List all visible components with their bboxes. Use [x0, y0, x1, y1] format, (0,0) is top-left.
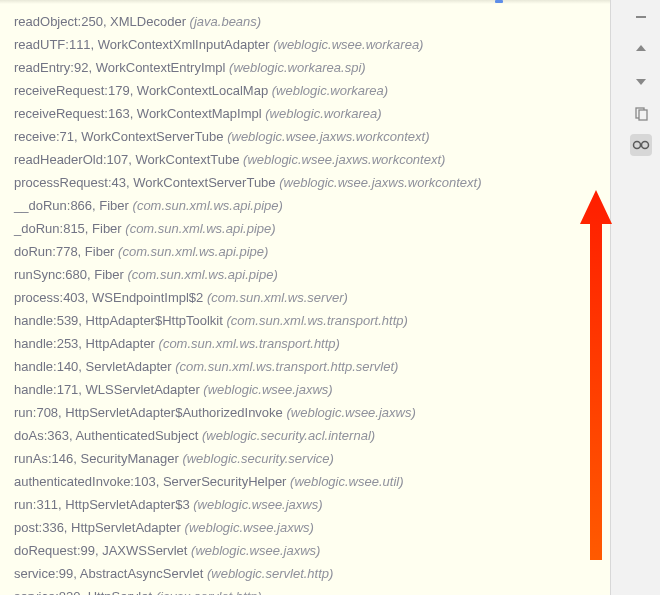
stack-package: (weblogic.workarea): [265, 106, 381, 121]
stacktrace-list: readObject:250, XMLDecoder (java.beans)r…: [14, 10, 610, 595]
stack-method: doRequest:99, JAXWSServlet: [14, 543, 187, 558]
svg-point-3: [634, 142, 641, 149]
arrow-up-icon[interactable]: [630, 38, 652, 60]
stack-frame[interactable]: receive:71, WorkContextServerTube (weblo…: [14, 125, 610, 148]
stack-frame[interactable]: __doRun:866, Fiber (com.sun.xml.ws.api.p…: [14, 194, 610, 217]
stack-method: handle:140, ServletAdapter: [14, 359, 172, 374]
stack-method: doRun:778, Fiber: [14, 244, 114, 259]
stack-frame[interactable]: readEntry:92, WorkContextEntryImpl (webl…: [14, 56, 610, 79]
svg-rect-0: [636, 16, 646, 18]
stack-frame[interactable]: readObject:250, XMLDecoder (java.beans): [14, 10, 610, 33]
stack-package: (com.sun.xml.ws.transport.http): [159, 336, 340, 351]
stack-package: (weblogic.workarea.spi): [229, 60, 366, 75]
stack-package: (com.sun.xml.ws.server): [207, 290, 348, 305]
stack-package: (weblogic.wsee.jaxws): [191, 543, 320, 558]
glasses-icon[interactable]: [630, 134, 652, 156]
stack-method: doAs:363, AuthenticatedSubject: [14, 428, 198, 443]
stack-frame[interactable]: doRequest:99, JAXWSServlet (weblogic.wse…: [14, 539, 610, 562]
panel-top-divider: [0, 0, 610, 4]
stack-method: processRequest:43, WorkContextServerTube: [14, 175, 276, 190]
stack-method: readUTF:111, WorkContextXmlInputAdapter: [14, 37, 270, 52]
stack-frame[interactable]: handle:171, WLSServletAdapter (weblogic.…: [14, 378, 610, 401]
stack-method: run:708, HttpServletAdapter$AuthorizedIn…: [14, 405, 283, 420]
stack-package: (weblogic.workarea): [272, 83, 388, 98]
stack-method: receiveRequest:163, WorkContextMapImpl: [14, 106, 262, 121]
stack-package: (weblogic.wsee.jaxws.workcontext): [227, 129, 429, 144]
stack-frame[interactable]: readHeaderOld:107, WorkContextTube (webl…: [14, 148, 610, 171]
stack-frame[interactable]: handle:140, ServletAdapter (com.sun.xml.…: [14, 355, 610, 378]
stack-package: (com.sun.xml.ws.transport.http.servlet): [175, 359, 398, 374]
stack-method: runSync:680, Fiber: [14, 267, 124, 282]
stack-method: authenticatedInvoke:103, ServerSecurityH…: [14, 474, 286, 489]
stack-method: readObject:250, XMLDecoder: [14, 14, 186, 29]
stack-frame[interactable]: run:708, HttpServletAdapter$AuthorizedIn…: [14, 401, 610, 424]
stack-package: (weblogic.wsee.jaxws.workcontext): [279, 175, 481, 190]
stack-method: handle:539, HttpAdapter$HttpToolkit: [14, 313, 223, 328]
stack-frame[interactable]: authenticatedInvoke:103, ServerSecurityH…: [14, 470, 610, 493]
stack-frame[interactable]: run:311, HttpServletAdapter$3 (weblogic.…: [14, 493, 610, 516]
stack-package: (weblogic.wsee.util): [290, 474, 403, 489]
stack-frame[interactable]: _doRun:815, Fiber (com.sun.xml.ws.api.pi…: [14, 217, 610, 240]
stack-package: (javax.servlet.http): [156, 589, 262, 595]
minimize-icon[interactable]: [630, 6, 652, 28]
stack-frame[interactable]: runSync:680, Fiber (com.sun.xml.ws.api.p…: [14, 263, 610, 286]
stack-package: (weblogic.wsee.jaxws): [203, 382, 332, 397]
stack-package: (weblogic.security.acl.internal): [202, 428, 375, 443]
stack-method: readHeaderOld:107, WorkContextTube: [14, 152, 239, 167]
stack-package: (com.sun.xml.ws.transport.http): [226, 313, 407, 328]
stack-package: (com.sun.xml.ws.api.pipe): [133, 198, 283, 213]
stack-method: post:336, HttpServletAdapter: [14, 520, 181, 535]
stack-frame[interactable]: doRun:778, Fiber (com.sun.xml.ws.api.pip…: [14, 240, 610, 263]
svg-rect-2: [639, 110, 647, 120]
panel-marker: [495, 0, 503, 3]
right-gutter: [610, 0, 660, 595]
stack-frame[interactable]: receiveRequest:163, WorkContextMapImpl (…: [14, 102, 610, 125]
stack-package: (weblogic.wsee.jaxws): [193, 497, 322, 512]
stack-frame[interactable]: handle:253, HttpAdapter (com.sun.xml.ws.…: [14, 332, 610, 355]
stack-method: service:99, AbstractAsyncServlet: [14, 566, 203, 581]
stack-package: (java.beans): [190, 14, 262, 29]
stack-method: receive:71, WorkContextServerTube: [14, 129, 224, 144]
stack-package: (weblogic.security.service): [182, 451, 333, 466]
stack-method: handle:171, WLSServletAdapter: [14, 382, 200, 397]
stack-method: run:311, HttpServletAdapter$3: [14, 497, 190, 512]
stack-frame[interactable]: receiveRequest:179, WorkContextLocalMap …: [14, 79, 610, 102]
stack-frame[interactable]: process:403, WSEndpointImpl$2 (com.sun.x…: [14, 286, 610, 309]
stack-frame[interactable]: readUTF:111, WorkContextXmlInputAdapter …: [14, 33, 610, 56]
stack-package: (weblogic.wsee.jaxws.workcontext): [243, 152, 445, 167]
stack-frame[interactable]: processRequest:43, WorkContextServerTube…: [14, 171, 610, 194]
stack-method: readEntry:92, WorkContextEntryImpl: [14, 60, 225, 75]
stack-package: (com.sun.xml.ws.api.pipe): [118, 244, 268, 259]
svg-point-4: [642, 142, 649, 149]
arrow-down-icon[interactable]: [630, 70, 652, 92]
stack-package: (com.sun.xml.ws.api.pipe): [125, 221, 275, 236]
stack-method: runAs:146, SecurityManager: [14, 451, 179, 466]
stack-package: (weblogic.wsee.workarea): [273, 37, 423, 52]
stack-package: (weblogic.servlet.http): [207, 566, 333, 581]
stack-method: receiveRequest:179, WorkContextLocalMap: [14, 83, 268, 98]
stack-method: handle:253, HttpAdapter: [14, 336, 155, 351]
stack-method: __doRun:866, Fiber: [14, 198, 129, 213]
stack-method: _doRun:815, Fiber: [14, 221, 122, 236]
stack-method: service:820, HttpServlet: [14, 589, 152, 595]
stack-frame[interactable]: handle:539, HttpAdapter$HttpToolkit (com…: [14, 309, 610, 332]
copy-icon[interactable]: [630, 102, 652, 124]
tool-column: [628, 0, 654, 156]
stack-package: (weblogic.wsee.jaxws): [286, 405, 415, 420]
stacktrace-panel: readObject:250, XMLDecoder (java.beans)r…: [0, 0, 610, 595]
stack-frame[interactable]: runAs:146, SecurityManager (weblogic.sec…: [14, 447, 610, 470]
stack-method: process:403, WSEndpointImpl$2: [14, 290, 203, 305]
stack-frame[interactable]: doAs:363, AuthenticatedSubject (weblogic…: [14, 424, 610, 447]
stack-frame[interactable]: service:820, HttpServlet (javax.servlet.…: [14, 585, 610, 595]
stack-package: (com.sun.xml.ws.api.pipe): [127, 267, 277, 282]
stack-frame[interactable]: service:99, AbstractAsyncServlet (weblog…: [14, 562, 610, 585]
stack-package: (weblogic.wsee.jaxws): [185, 520, 314, 535]
stack-frame[interactable]: post:336, HttpServletAdapter (weblogic.w…: [14, 516, 610, 539]
